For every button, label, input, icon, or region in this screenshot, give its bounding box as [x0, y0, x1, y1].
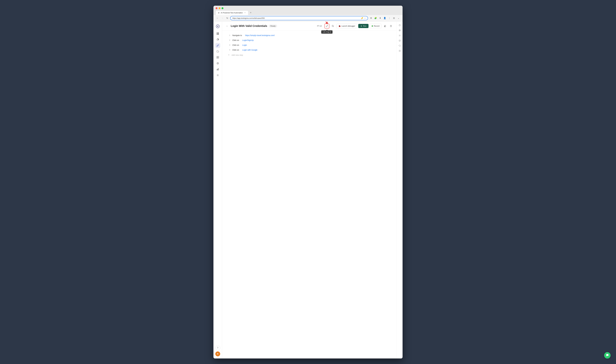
right-sidebar	[397, 21, 403, 358]
sidebar-item-widgets[interactable]	[215, 55, 220, 60]
svg-rect-2	[218, 33, 219, 33]
password-icon: 🔑	[361, 17, 363, 19]
svg-point-30	[400, 51, 400, 52]
svg-rect-1	[217, 33, 218, 33]
link-xray-button[interactable]	[325, 24, 329, 28]
svg-point-15	[217, 75, 218, 76]
profile-icon[interactable]: 👤	[383, 16, 387, 20]
delete-button[interactable]	[388, 24, 393, 28]
step-number: 2	[228, 39, 230, 41]
svg-rect-8	[217, 57, 218, 58]
close-button[interactable]	[216, 7, 218, 9]
url-input[interactable]	[232, 17, 360, 19]
sidebar-item-edit[interactable]	[215, 43, 220, 48]
svg-rect-6	[217, 56, 218, 57]
sidebar: ? R	[213, 21, 222, 358]
sidebar-item-circle-chart[interactable]	[215, 61, 220, 66]
run-button[interactable]: Run	[358, 24, 369, 28]
svg-point-16	[332, 25, 333, 26]
svg-rect-12	[217, 69, 217, 70]
table-row[interactable]: 1 Navigate to https://simply-travel.test…	[226, 33, 392, 38]
main-content: ← Login With Valid Credentials Ready PT-…	[222, 21, 397, 358]
tab-close-button[interactable]: ✕	[244, 12, 246, 14]
svg-point-24	[400, 30, 400, 30]
back-to-list-button[interactable]: ←	[225, 24, 229, 28]
svg-rect-7	[218, 56, 219, 57]
step-link[interactable]: Login	[242, 44, 247, 46]
test-steps-area: 1 Navigate to https://simply-travel.test…	[222, 31, 397, 358]
help-button[interactable]: ?	[215, 346, 220, 350]
step-action-text: Navigate to	[232, 34, 243, 37]
copy-button[interactable]	[383, 24, 387, 28]
svg-rect-4	[218, 34, 219, 35]
tab-favicon: ⚙	[218, 12, 220, 14]
record-button[interactable]: Record	[370, 24, 382, 28]
minimize-button[interactable]	[219, 7, 220, 9]
svg-rect-19	[390, 26, 392, 27]
back-button[interactable]: ←	[216, 16, 219, 20]
table-row[interactable]: 4 Click on Login with Google	[226, 48, 392, 52]
settings-icon[interactable]	[397, 33, 402, 38]
face-icon[interactable]	[397, 39, 402, 43]
svg-point-11	[217, 63, 218, 64]
step-action-text: Click on	[232, 39, 240, 41]
step-action-text: Click on	[232, 49, 240, 51]
pt-id-label: PT-10	[316, 25, 323, 27]
user-avatar[interactable]: R	[215, 351, 220, 356]
bookmark-icon[interactable]: ☆	[364, 17, 366, 19]
maximize-button[interactable]	[221, 7, 223, 9]
svg-rect-18	[384, 25, 386, 27]
svg-rect-3	[217, 34, 218, 35]
question-mark-icon: ?	[217, 347, 218, 349]
browser-tab[interactable]: ⚙ AI Powered Test Automation ✕	[216, 11, 248, 15]
new-tab-button[interactable]: +	[249, 11, 253, 14]
target-icon[interactable]	[397, 28, 402, 33]
chat-button[interactable]	[604, 352, 611, 359]
sidebar-item-bar-chart[interactable]	[215, 67, 220, 72]
download-icon[interactable]: ⬇	[378, 16, 382, 20]
svg-rect-14	[218, 68, 219, 70]
address-bar: 🔑 ☆	[230, 16, 368, 20]
refresh-button[interactable]: ↻	[225, 16, 229, 20]
app-logo[interactable]	[215, 24, 220, 29]
menu-icon[interactable]: ⋮	[387, 16, 391, 20]
page-header: ← Login With Valid Credentials Ready PT-…	[222, 21, 397, 31]
extensions-icon[interactable]: ⚙	[369, 16, 373, 20]
step-action-text: Click on	[232, 44, 240, 46]
svg-point-21	[400, 25, 400, 25]
history-icon[interactable]	[397, 44, 402, 48]
launch-debugger-button[interactable]: 🐞 Launch debugger	[336, 24, 357, 28]
add-step-label: Add new step	[232, 54, 243, 56]
step-number: 1	[228, 34, 230, 36]
puzzle-icon[interactable]: 🧩	[374, 16, 377, 20]
chevron-down-icon[interactable]: ⌄	[397, 16, 400, 20]
bug-icon: 🐞	[338, 25, 341, 27]
plus-icon: +	[228, 54, 230, 56]
status-badge: Ready	[269, 25, 277, 27]
sidebar-item-folder[interactable]	[215, 49, 220, 54]
step-number: 3	[228, 44, 230, 46]
record-dot-icon	[372, 25, 373, 27]
svg-rect-13	[218, 69, 218, 70]
info-icon[interactable]	[397, 23, 402, 27]
page-title: Login With Valid Credentials	[231, 25, 267, 27]
forward-button[interactable]: →	[220, 16, 224, 20]
sidebar-item-grid[interactable]	[215, 31, 220, 36]
sidebar-item-settings[interactable]	[215, 73, 220, 78]
search-button[interactable]	[330, 24, 335, 28]
svg-point-28	[400, 40, 400, 40]
tab-title: AI Powered Test Automation	[221, 12, 243, 14]
svg-point-9	[218, 57, 219, 58]
step-link[interactable]: https://simply-travel.testsigma.com/	[245, 34, 275, 37]
step-link[interactable]: Login with Google	[242, 49, 258, 51]
sidebar-item-chart-pie[interactable]	[215, 37, 220, 42]
sidebar-toggle-icon[interactable]: ⊟	[392, 16, 396, 20]
step-link[interactable]: Login/SignUp	[242, 39, 254, 41]
help-icon[interactable]	[397, 49, 402, 53]
svg-point-10	[217, 62, 219, 64]
table-row[interactable]: 3 Click on Login	[226, 43, 392, 48]
step-number: 4	[228, 49, 230, 51]
add-step-button[interactable]: + Add new step	[226, 52, 392, 58]
svg-point-25	[399, 35, 400, 36]
table-row[interactable]: 2 Click on Login/SignUp	[226, 38, 392, 43]
